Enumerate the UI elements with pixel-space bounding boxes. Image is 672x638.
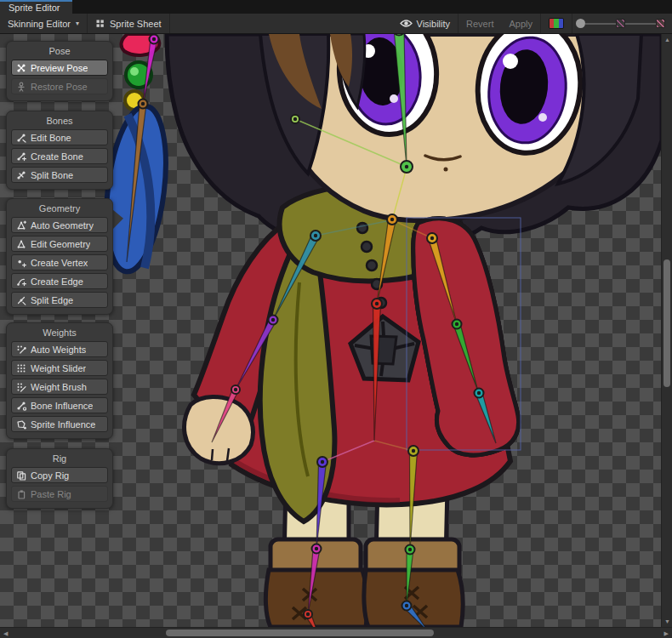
bone-influence-icon — [16, 401, 26, 411]
panel-pose: PosePreview PoseRestore Pose — [6, 41, 113, 101]
toolbar-separator — [572, 14, 572, 33]
weight-slider-button[interactable]: Weight Slider — [11, 360, 108, 376]
slider-track[interactable] — [625, 23, 656, 25]
button-label: Sprite Influence — [31, 419, 95, 430]
vertical-scrollbar[interactable]: ▲ ▼ — [661, 34, 672, 627]
auto-geometry-icon — [16, 220, 26, 231]
panel-bones: BonesEdit BoneCreate BoneSplit Bone — [6, 111, 113, 190]
dropdown-label: Skinning Editor — [8, 19, 71, 29]
toolbar: Skinning Editor ▾ Sprite Sheet Visibilit… — [0, 14, 672, 34]
sprite-influence-button[interactable]: Sprite Influence — [11, 416, 108, 432]
bone-joint[interactable] — [401, 161, 413, 173]
copy-rig-icon — [16, 470, 26, 481]
button-label: Paste Rig — [31, 489, 71, 499]
panel-title: Bones — [11, 116, 108, 126]
create-vertex-icon — [16, 258, 26, 268]
button-label: Split Bone — [31, 170, 73, 180]
pose-preview-icon — [16, 63, 26, 73]
scroll-up-icon[interactable]: ▲ — [664, 37, 670, 43]
button-label: Restore Pose — [31, 82, 88, 92]
visibility-button[interactable]: Visibility — [392, 14, 458, 33]
button-label: Create Edge — [31, 276, 83, 287]
split-bone-button[interactable]: Split Bone — [11, 167, 108, 183]
weight-brush-button[interactable]: Weight Brush — [11, 379, 108, 395]
scroll-down-icon[interactable]: ▼ — [664, 618, 670, 624]
panel-rig: RigCopy RigPaste Rig — [6, 448, 113, 509]
button-label: Edit Bone — [31, 133, 71, 143]
copy-rig-button[interactable]: Copy Rig — [11, 467, 108, 483]
apply-button[interactable]: Apply — [501, 14, 540, 33]
split-edge-button[interactable]: Split Edge — [11, 292, 108, 308]
tab-bar: Sprite Editor — [0, 0, 672, 14]
rgb-toggle-button[interactable] — [549, 18, 564, 29]
panel-title: Geometry — [11, 203, 108, 214]
panel-title: Pose — [11, 46, 108, 56]
button-label: Auto Weights — [31, 345, 86, 355]
paste-rig-button[interactable]: Paste Rig — [11, 486, 108, 502]
grid-icon — [95, 19, 105, 29]
split-bone-icon — [16, 170, 26, 180]
toolbar-separator — [540, 14, 541, 33]
scroll-left-icon[interactable]: ◀ — [3, 630, 8, 636]
restore-pose-button[interactable]: Restore Pose — [11, 78, 108, 94]
sprite-sheet-label: Sprite Sheet — [110, 19, 162, 29]
panel-title: Rig — [11, 453, 108, 464]
button-label: Split Edge — [31, 295, 73, 305]
edit-bone-icon — [16, 133, 26, 143]
weight-slider-icon — [16, 363, 26, 373]
edit-bone-button[interactable]: Edit Bone — [11, 129, 108, 145]
bone-influence-button[interactable]: Bone Influence — [11, 397, 108, 413]
create-edge-icon — [16, 276, 26, 287]
button-label: Create Vertex — [31, 258, 88, 268]
button-label: Create Bone — [31, 151, 83, 162]
create-edge-button[interactable]: Create Edge — [11, 273, 108, 289]
horizontal-scroll-thumb[interactable] — [166, 629, 434, 636]
scroll-right-icon[interactable]: ▶ — [664, 630, 669, 636]
visibility-label: Visibility — [417, 19, 451, 29]
preview-pose-button[interactable]: Preview Pose — [11, 60, 108, 76]
button-label: Auto Geometry — [31, 220, 94, 231]
bone-opacity-icon — [616, 19, 625, 28]
eye-icon — [400, 19, 413, 28]
auto-weights-button[interactable]: Auto Weights — [11, 341, 108, 357]
revert-button[interactable]: Revert — [458, 14, 501, 33]
vertical-scroll-thumb[interactable] — [663, 259, 670, 387]
auto-geometry-button[interactable]: Auto Geometry — [11, 217, 108, 233]
create-bone-button[interactable]: Create Bone — [11, 148, 108, 164]
mesh-opacity-icon — [656, 19, 665, 28]
button-label: Weight Brush — [31, 382, 87, 392]
paste-rig-icon — [16, 489, 26, 499]
tab-label: Sprite Editor — [9, 3, 60, 13]
sprite-sheet-button[interactable]: Sprite Sheet — [88, 14, 169, 33]
panel-title: Weights — [11, 328, 108, 338]
weight-brush-icon — [16, 382, 26, 392]
button-label: Bone Influence — [31, 401, 93, 411]
button-label: Edit Geometry — [31, 239, 90, 249]
skinning-editor-dropdown[interactable]: Skinning Editor ▾ — [0, 14, 87, 33]
button-label: Copy Rig — [31, 470, 69, 481]
chevron-down-icon: ▾ — [76, 20, 79, 27]
pose-restore-icon — [16, 82, 26, 92]
split-edge-icon — [16, 295, 26, 305]
create-bone-icon — [16, 151, 26, 162]
toolbar-separator — [169, 14, 170, 33]
edit-geometry-icon — [16, 239, 26, 249]
overlay-opacity-sliders[interactable] — [576, 19, 665, 28]
slider-track[interactable] — [585, 23, 616, 25]
bone-joint[interactable] — [291, 115, 299, 123]
horizontal-scrollbar[interactable]: ◀ ▶ — [0, 627, 672, 638]
auto-weights-icon — [16, 345, 26, 355]
create-vertex-button[interactable]: Create Vertex — [11, 254, 108, 271]
button-label: Weight Slider — [31, 363, 86, 373]
sprite-influence-icon — [16, 419, 26, 430]
button-label: Preview Pose — [31, 63, 88, 73]
edit-geometry-button[interactable]: Edit Geometry — [11, 236, 108, 252]
sprite-editor-window: Sprite Editor Skinning Editor ▾ Sprite S… — [0, 0, 672, 638]
slider-knob[interactable] — [576, 19, 585, 28]
panel-weights: WeightsAuto WeightsWeight SliderWeight B… — [6, 322, 113, 439]
tab-sprite-editor[interactable]: Sprite Editor — [0, 0, 72, 14]
panel-geometry: GeometryAuto GeometryEdit GeometryCreate… — [6, 198, 113, 315]
